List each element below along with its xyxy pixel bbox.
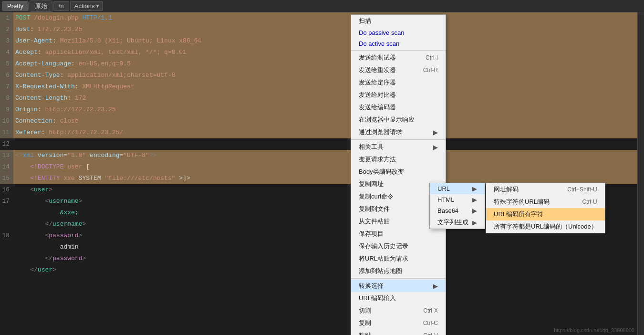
menu-item-label: 复制 <box>359 319 371 327</box>
code-line: 3User-Agent: Mozilla/5.0 (X11; Ubuntu; L… <box>0 35 644 47</box>
code-line: 9Origin: http://172.72.23.25 <box>0 104 644 115</box>
context-menu: 扫描Do passive scanDo active scan发送给测试器Ctr… <box>351 14 446 335</box>
line-content: Content-Length: 172 <box>13 93 644 104</box>
line-number: 12 <box>0 138 13 150</box>
actions-button[interactable]: Actions <box>70 1 104 11</box>
menu-item[interactable]: 保存项目 <box>351 228 446 240</box>
menu-item-right: ▶ <box>429 144 438 151</box>
submenu1-item-label: 文字列生成 <box>437 218 468 227</box>
menu-item-right: Ctrl-V <box>414 332 438 335</box>
code-line: 12 <box>0 138 644 150</box>
menu-item[interactable]: 发送给测试器Ctrl-I <box>351 52 446 64</box>
menu-item-label: 复制curl命令 <box>359 192 394 201</box>
code-line: 6Content-Type: application/xml;charset=u… <box>0 70 644 81</box>
code-line: 5Accept-Language: en-US,en;q=0.5 <box>0 58 644 70</box>
menu-item-label: 切割 <box>359 306 371 315</box>
tab-pretty[interactable]: Pretty <box>2 1 29 11</box>
menu-item-label: Body类编码改变 <box>359 168 404 176</box>
submenu2-item-shortcut: Ctrl+Shift-U <box>567 186 597 193</box>
submenu2-item[interactable]: 所有字符都是URL编码的（Unicode） <box>486 220 605 233</box>
line-number: 18 <box>0 230 13 241</box>
menu-item[interactable]: 发送给重发器Ctrl-R <box>351 64 446 76</box>
menu-item-label: 发送给定序器 <box>359 78 396 87</box>
menu-item[interactable]: 将URL粘贴为请求 <box>351 252 446 265</box>
tab-raw[interactable]: 原始 <box>30 0 52 12</box>
code-area: 1POST /doLogin.php HTTP/1.12Host: 172.72… <box>0 12 644 335</box>
menu-item[interactable]: 发送给对比器 <box>351 89 446 101</box>
menu-item-label: 转换选择 <box>359 282 384 290</box>
line-number: 1 <box>0 12 13 24</box>
tab-in[interactable]: \n <box>53 1 69 11</box>
submenu-arrow-icon: ▶ <box>472 219 477 226</box>
menu-item[interactable]: 粘贴Ctrl-V <box>351 329 446 335</box>
menu-item[interactable]: 发送给定序器 <box>351 76 446 89</box>
menu-item[interactable]: Body类编码改变 <box>351 166 446 178</box>
submenu2-item-shortcut: Ctrl-U <box>582 199 597 205</box>
menu-item[interactable]: 复制Ctrl-C <box>351 317 446 329</box>
submenu-arrow-icon: ▶ <box>472 196 477 203</box>
line-content: X-Requested-With: XMLHttpRequest <box>13 81 644 93</box>
submenu1-item[interactable]: Base64▶ <box>430 205 485 216</box>
menu-item-label: 发送给重发器 <box>359 66 396 74</box>
line-number: 2 <box>0 24 13 35</box>
line-content: Accept: application/xml, text/xml, */*; … <box>13 47 644 58</box>
menu-item-shortcut: Ctrl-C <box>423 320 438 326</box>
menu-item[interactable]: 相关工具▶ <box>351 141 446 153</box>
menu-item-label: 在浏览器中显示响应 <box>359 115 415 124</box>
submenu2-item[interactable]: 网址解码Ctrl+Shift-U <box>486 183 605 196</box>
line-content: Host: 172.72.23.25 <box>13 24 644 35</box>
menu-item-label: Do active scan <box>359 40 399 47</box>
menu-item-right: Ctrl-I <box>416 54 438 61</box>
submenu2-item[interactable]: URL编码所有字符 <box>486 208 605 220</box>
menu-item-label: 保存项目 <box>359 230 384 238</box>
menu-separator <box>351 50 446 51</box>
menu-item[interactable]: URL编码输入 <box>351 292 446 304</box>
menu-item[interactable]: 扫描 <box>351 15 446 27</box>
menu-item[interactable]: Do active scan <box>351 38 446 49</box>
menu-item[interactable]: 通过浏览器请求▶ <box>351 126 446 138</box>
menu-item[interactable]: 切割Ctrl-X <box>351 304 446 317</box>
scrollbar[interactable] <box>637 12 644 335</box>
submenu1-item[interactable]: URL▶ <box>430 183 485 194</box>
menu-item-label: 扫描 <box>359 17 371 25</box>
menu-item-shortcut: Ctrl-V <box>423 332 438 335</box>
code-line: 8Content-Length: 172 <box>0 93 644 104</box>
line-number: 14 <box>0 161 13 173</box>
line-number: 6 <box>0 70 13 81</box>
code-line: 11Referer: http://172.72.23.25/ <box>0 127 644 138</box>
line-content: <?xml version="1.0" encoding="UTF-8"?> <box>13 150 644 161</box>
submenu2-item-label: 网址解码 <box>494 185 519 194</box>
submenu1-item[interactable]: 文字列生成▶ <box>430 216 485 229</box>
submenu-arrow-icon: ▶ <box>472 185 477 192</box>
submenu1-item[interactable]: HTML▶ <box>430 194 485 205</box>
submenu2-item[interactable]: 特殊字符的URL编码Ctrl-U <box>486 196 605 208</box>
menu-item[interactable]: 变更请求方法 <box>351 153 446 166</box>
tab-bar: Pretty 原始 \n Actions <box>0 0 644 12</box>
line-content: User-Agent: Mozilla/5.0 (X11; Ubuntu; Li… <box>13 35 644 47</box>
line-content: Content-Type: application/xml;charset=ut… <box>13 70 644 81</box>
line-content: admin <box>13 241 644 253</box>
line-number: 3 <box>0 35 13 47</box>
menu-item[interactable]: 发送给编码器 <box>351 101 446 114</box>
menu-item[interactable]: 添加到站点地图 <box>351 265 446 277</box>
code-line: 13<?xml version="1.0" encoding="UTF-8"?> <box>0 150 644 161</box>
line-number: 10 <box>0 115 13 127</box>
code-line: 10Connection: close <box>0 115 644 127</box>
line-number: 13 <box>0 150 13 161</box>
submenu2-item-label: URL编码所有字符 <box>494 210 543 219</box>
menu-item-right: Ctrl-X <box>414 307 438 314</box>
menu-item-label: 变更请求方法 <box>359 155 396 164</box>
menu-item-label: 粘贴 <box>359 331 371 335</box>
menu-item-label: 保存输入历史记录 <box>359 242 408 251</box>
line-content: Origin: http://172.72.23.25 <box>13 104 644 115</box>
menu-item[interactable]: Do passive scan <box>351 27 446 38</box>
line-content: POST /doLogin.php HTTP/1.1 <box>13 12 644 24</box>
line-number: 16 <box>0 184 13 196</box>
code-line: </user> <box>0 264 644 276</box>
menu-item[interactable]: 保存输入历史记录 <box>351 240 446 252</box>
menu-separator <box>351 278 446 279</box>
menu-item-shortcut: Ctrl-R <box>423 67 438 73</box>
menu-item[interactable]: 转换选择▶ <box>351 280 446 292</box>
menu-item[interactable]: 在浏览器中显示响应 <box>351 114 446 126</box>
menu-separator <box>351 139 446 140</box>
